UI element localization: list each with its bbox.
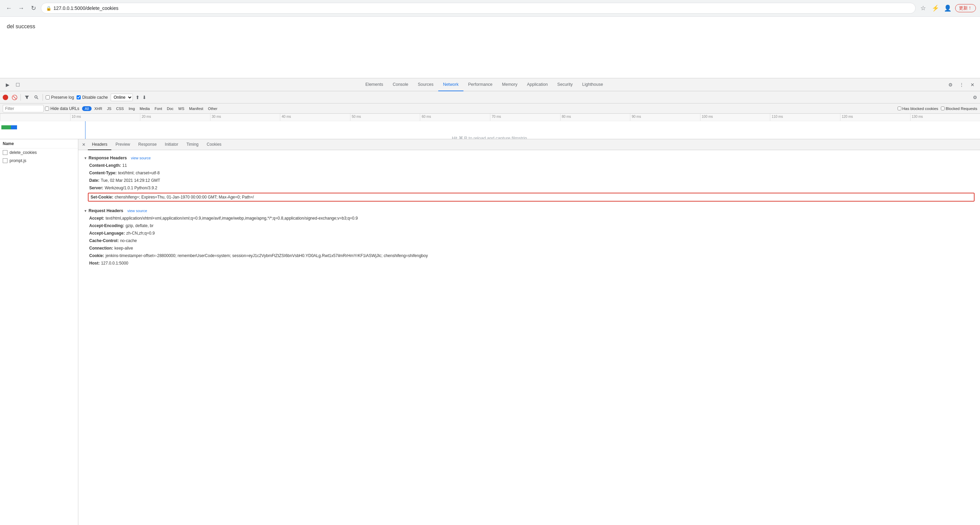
devtools-right-icons: ⚙ ⋮ ✕ [946,80,977,89]
file-name-prompt-js: prompt.js [10,158,26,163]
filter-types: Hide data URLs All XHR JS CSS Img Media … [45,106,219,111]
update-button[interactable]: 更新！ [955,4,976,12]
devtools-tabs-bar: ▶ ☐ Elements Console Sources Network Per… [0,78,980,91]
tab-security[interactable]: Security [553,78,578,91]
export-button[interactable]: ⬇ [142,95,146,100]
tick-40: 40 ms [280,114,350,121]
panel-tab-initiator[interactable]: Initiator [161,139,182,150]
filter-all[interactable]: All [82,106,92,111]
panel-tab-response[interactable]: Response [134,139,161,150]
network-settings-button[interactable]: ⚙ [973,95,977,100]
svg-line-1 [37,98,38,99]
timeline-header: 10 ms 20 ms 30 ms 40 ms 50 ms 60 ms 70 m… [0,114,980,121]
select-element-button[interactable]: ▶ [3,80,12,89]
bookmark-button[interactable]: ☆ [918,3,928,13]
tick-70: 70 ms [490,114,560,121]
blocked-requests-label[interactable]: Blocked Requests [941,107,977,111]
tick-0 [0,114,70,121]
record-button[interactable] [3,95,8,100]
address-bar: 🔒 127.0.0.1:5000/delete_cookies [41,3,916,14]
has-blocked-cookies-label[interactable]: Has blocked cookies [897,107,938,111]
tab-performance[interactable]: Performance [463,78,498,91]
back-button[interactable]: ← [4,3,14,13]
filter-img[interactable]: Img [127,106,137,111]
tab-elements[interactable]: Elements [361,78,388,91]
request-headers-section[interactable]: ▼ Request Headers view source [84,206,975,215]
response-content-type: Content-Type: text/html; charset=utf-8 [84,169,975,177]
response-set-cookie: Set-Cookie: chenshifeng=; Expires=Thu, 0… [88,193,975,202]
filter-doc[interactable]: Doc [165,106,176,111]
preserve-log-checkbox[interactable]: Preserve log [46,95,74,100]
browser-toolbar: ← → ↻ 🔒 127.0.0.1:5000/delete_cookies ☆ … [0,0,980,16]
tab-sources[interactable]: Sources [413,78,438,91]
file-item-delete-cookies[interactable]: delete_cookies [0,148,78,157]
filter-ws[interactable]: WS [177,106,186,111]
panel-tab-cookies[interactable]: Cookies [203,139,226,150]
request-connection: Connection: keep-alive [84,245,975,252]
filter-media[interactable]: Media [138,106,152,111]
panel-tab-headers[interactable]: Headers [88,139,111,150]
forward-button[interactable]: → [16,3,26,13]
request-arrow: ▼ [84,209,87,213]
request-headers-label: Request Headers [89,208,123,213]
tick-80: 80 ms [560,114,630,121]
request-view-source[interactable]: view source [127,209,147,213]
search-button[interactable] [33,94,40,101]
page-text: del success [7,24,35,29]
devtools-close-button[interactable]: ✕ [968,80,977,89]
filter-font[interactable]: Font [153,106,164,111]
tick-120: 120 ms [840,114,910,121]
filter-manifest[interactable]: Manifest [187,106,205,111]
filter-xhr[interactable]: XHR [92,106,104,111]
hide-data-urls-label[interactable]: Hide data URLs [45,106,80,111]
response-view-source[interactable]: view source [131,156,151,160]
panel-close-button[interactable]: × [80,141,88,149]
response-headers-section[interactable]: ▼ Response Headers view source [84,153,975,162]
devtools-more-button[interactable]: ⋮ [957,80,966,89]
hide-data-urls-checkbox[interactable] [45,107,49,111]
disable-cache-checkbox[interactable]: Disable cache [76,95,108,100]
import-button[interactable]: ⬆ [135,95,140,100]
svg-point-0 [35,95,37,98]
clear-button[interactable]: 🚫 [11,94,18,101]
reload-button[interactable]: ↻ [29,3,38,13]
response-date: Date: Tue, 02 Mar 2021 14:29:12 GMT [84,177,975,184]
filter-input[interactable] [3,105,44,112]
filter-js[interactable]: JS [105,106,113,111]
tab-network[interactable]: Network [438,78,463,91]
timeline-bar-blue [11,125,17,129]
tab-memory[interactable]: Memory [497,78,522,91]
profile-button[interactable]: 👤 [943,3,952,13]
request-accept-encoding: Accept-Encoding: gzip, deflate, br [84,222,975,229]
separator-2 [43,94,43,101]
device-toolbar-button[interactable]: ☐ [13,80,22,89]
tab-application[interactable]: Application [522,78,552,91]
request-accept: Accept: text/html,application/xhtml+xml,… [84,215,975,222]
filter-button[interactable] [24,94,30,101]
address-bar-url[interactable]: 127.0.0.1:5000/delete_cookies [54,5,910,11]
tab-console[interactable]: Console [388,78,413,91]
has-blocked-cookies-checkbox[interactable] [897,107,901,110]
headers-content: ▼ Response Headers view source Content-L… [78,150,980,270]
tick-30: 30 ms [210,114,280,121]
tick-50: 50 ms [350,114,420,121]
disable-cache-input[interactable] [76,95,81,99]
tick-10: 10 ms [70,114,140,121]
devtools-settings-button[interactable]: ⚙ [946,80,956,89]
filter-other[interactable]: Other [206,106,220,111]
devtools-panel: ▶ ☐ Elements Console Sources Network Per… [0,78,980,525]
response-headers-label: Response Headers [89,156,127,161]
throttle-select[interactable]: Online [111,94,133,101]
preserve-log-input[interactable] [46,95,50,99]
tab-lighthouse[interactable]: Lighthouse [578,78,608,91]
tick-60: 60 ms [420,114,490,121]
panel-tab-timing[interactable]: Timing [182,139,203,150]
filter-css[interactable]: CSS [114,106,126,111]
extensions-button[interactable]: ⚡ [931,3,940,13]
response-content-length: Content-Length: 11 [84,162,975,169]
tick-90: 90 ms [630,114,700,121]
file-item-prompt-js[interactable]: prompt.js [0,157,78,165]
main-content: Name delete_cookies prompt.js × Headers … [0,139,980,525]
panel-tab-preview[interactable]: Preview [111,139,134,150]
blocked-requests-checkbox[interactable] [941,107,945,110]
